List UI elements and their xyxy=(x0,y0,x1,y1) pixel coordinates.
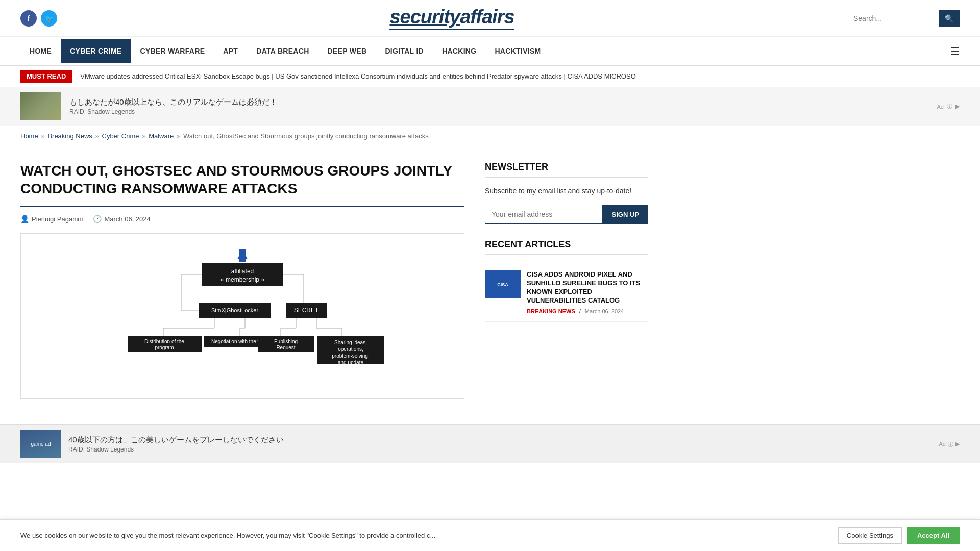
newsletter-title: NEWSLETTER xyxy=(485,162,648,178)
nav-item-cyber-warfare[interactable]: CYBER WARFARE xyxy=(131,39,214,63)
ad-bottom-label: Ad xyxy=(939,441,946,448)
ad-label: Ad xyxy=(937,104,944,110)
ad-bottom-close-icon[interactable]: ▶ xyxy=(955,441,960,448)
breaking-news-badge[interactable]: BREAKING NEWS xyxy=(527,308,575,314)
search-button[interactable]: 🔍 xyxy=(939,10,960,27)
ad-info-icon[interactable]: ⓘ xyxy=(947,103,952,110)
breadcrumb-sep-3: » xyxy=(142,133,145,140)
nav-item-cyber-crime[interactable]: CYBER CRIME xyxy=(61,39,131,63)
ad-main-text: もしあなたが40歳以上なら、このリアルなゲームは必須だ！ xyxy=(69,97,929,107)
date-meta: 🕐 March 06, 2024 xyxy=(93,215,150,223)
svg-text:Request: Request xyxy=(276,345,295,350)
twitter-icon[interactable]: 🐦 xyxy=(41,10,57,27)
svg-text:« membership »: « membership » xyxy=(220,276,264,283)
ad-text-top: もしあなたが40歳以上なら、このリアルなゲームは必須だ！ RAID: Shado… xyxy=(69,97,929,115)
author-name: Pierluigi Paganini xyxy=(32,215,83,223)
svg-text:StmX|GhostLocker: StmX|GhostLocker xyxy=(211,307,258,313)
search-area: 🔍 xyxy=(847,10,960,27)
site-header: f 🐦 securityaffairs 🔍 xyxy=(0,0,980,37)
must-read-text: VMware updates addressed Critical ESXi S… xyxy=(80,72,635,80)
recent-article-meta-1: BREAKING NEWS / March 06, 2024 xyxy=(527,308,648,314)
ad-banner-bottom: game ad 40歳以下の方は、この美しいゲームをプレーしないでください RA… xyxy=(0,424,980,463)
newsletter-description: Subscribe to my email list and stay up-t… xyxy=(485,186,648,196)
ad-close-icon[interactable]: ▶ xyxy=(955,103,960,110)
site-logo[interactable]: securityaffairs xyxy=(57,6,847,30)
nav-item-hacking[interactable]: HACKING xyxy=(433,39,485,63)
author-meta: 👤 Pierluigi Paganini xyxy=(20,215,83,223)
ad-image-top[interactable] xyxy=(20,92,61,120)
ransomware-diagram: affiliated « membership » StmX|GhostLock… xyxy=(31,244,454,387)
breadcrumb-sep-4: » xyxy=(177,133,180,140)
svg-text:and update: and update xyxy=(338,360,363,365)
article-area: WATCH OUT, GHOSTSEC AND STOURMOUS GROUPS… xyxy=(20,162,464,409)
ad-sub-text: RAID: Shadow Legends xyxy=(69,108,929,115)
email-form: SIGN UP xyxy=(485,205,648,224)
breadcrumb-malware[interactable]: Malware xyxy=(149,132,174,140)
facebook-icon[interactable]: f xyxy=(20,10,37,27)
nav-item-digital-id[interactable]: DIGITAL ID xyxy=(376,39,433,63)
author-icon: 👤 xyxy=(20,215,29,223)
svg-text:Distribution of the: Distribution of the xyxy=(144,339,184,344)
main-layout: WATCH OUT, GHOSTSEC AND STOURMOUS GROUPS… xyxy=(0,146,980,424)
svg-rect-1 xyxy=(239,249,246,262)
cisa-logo: CISA xyxy=(497,282,508,287)
social-links: f 🐦 xyxy=(20,10,57,27)
recent-article-item: CISA CISA ADDS ANDROID PIXEL AND SUNHILL… xyxy=(485,263,648,322)
article-info: CISA ADDS ANDROID PIXEL AND SUNHILLO SUR… xyxy=(527,270,648,314)
clock-icon: 🕐 xyxy=(93,215,102,223)
recent-articles-title: RECENT ARTICLES xyxy=(485,239,648,255)
nav-item-apt[interactable]: APT xyxy=(214,39,247,63)
breadcrumb-breaking-news[interactable]: Breaking News xyxy=(47,132,92,140)
recent-articles-section: RECENT ARTICLES CISA CISA ADDS ANDROID P… xyxy=(485,239,648,322)
article-diagram: affiliated « membership » StmX|GhostLock… xyxy=(20,233,464,399)
nav-item-data-breach[interactable]: DATA BREACH xyxy=(247,39,318,63)
breadcrumb-current: Watch out, GhostSec and Stourmous groups… xyxy=(183,132,429,140)
newsletter-section: NEWSLETTER Subscribe to my email list an… xyxy=(485,162,648,224)
email-input[interactable] xyxy=(485,205,603,224)
article-date: March 06, 2024 xyxy=(104,215,150,223)
svg-text:operations,: operations, xyxy=(338,346,363,352)
nav-item-hacktivism[interactable]: HACKTIVISM xyxy=(485,39,550,63)
svg-text:affiliated: affiliated xyxy=(231,268,254,275)
ad-bottom-sub-text: RAID: Shadow Legends xyxy=(68,446,932,453)
must-read-bar: MUST READ VMware updates addressed Criti… xyxy=(0,66,980,87)
breadcrumb-cyber-crime[interactable]: Cyber Crime xyxy=(102,132,139,140)
svg-text:program: program xyxy=(155,345,174,350)
svg-text:Publishing: Publishing xyxy=(274,339,298,344)
article-thumbnail[interactable]: CISA xyxy=(485,270,521,298)
ad-labels: Ad ⓘ ▶ xyxy=(937,103,960,110)
svg-text:SECRET: SECRET xyxy=(294,307,319,314)
signup-button[interactable]: SIGN UP xyxy=(603,205,648,224)
recent-article-date-1: March 06, 2024 xyxy=(585,308,624,314)
sidebar: NEWSLETTER Subscribe to my email list an… xyxy=(485,162,648,409)
ad-banner-top: もしあなたが40歳以上なら、このリアルなゲームは必須だ！ RAID: Shado… xyxy=(0,87,980,126)
hamburger-menu[interactable]: ☰ xyxy=(950,37,960,65)
nav-item-home[interactable]: HOME xyxy=(20,39,61,63)
ad-image-bottom[interactable]: game ad xyxy=(20,430,61,458)
must-read-badge: MUST READ xyxy=(20,70,72,83)
svg-text:problem-solving,: problem-solving, xyxy=(332,353,369,359)
ad-bottom-labels: Ad ⓘ ▶ xyxy=(939,441,960,448)
breadcrumb-sep-1: » xyxy=(41,133,45,140)
breadcrumb-home[interactable]: Home xyxy=(20,132,38,140)
ad-text-bottom: 40歳以下の方は、この美しいゲームをプレーしないでください RAID: Shad… xyxy=(68,435,932,453)
nav-item-deep-web[interactable]: DEEP WEB xyxy=(318,39,376,63)
search-input[interactable] xyxy=(847,10,939,27)
article-meta: 👤 Pierluigi Paganini 🕐 March 06, 2024 xyxy=(20,215,464,223)
meta-separator: / xyxy=(579,308,581,314)
main-nav: HOME CYBER CRIME CYBER WARFARE APT DATA … xyxy=(0,37,980,66)
breadcrumb: Home » Breaking News » Cyber Crime » Mal… xyxy=(0,126,980,146)
ad-bottom-main-text: 40歳以下の方は、この美しいゲームをプレーしないでください xyxy=(68,435,932,445)
recent-article-title-1[interactable]: CISA ADDS ANDROID PIXEL AND SUNHILLO SUR… xyxy=(527,270,648,305)
svg-text:Sharing ideas,: Sharing ideas, xyxy=(334,340,367,345)
ad-bottom-info-icon[interactable]: ⓘ xyxy=(948,441,953,448)
breadcrumb-sep-2: » xyxy=(95,133,99,140)
article-title: WATCH OUT, GHOSTSEC AND STOURMOUS GROUPS… xyxy=(20,162,464,207)
